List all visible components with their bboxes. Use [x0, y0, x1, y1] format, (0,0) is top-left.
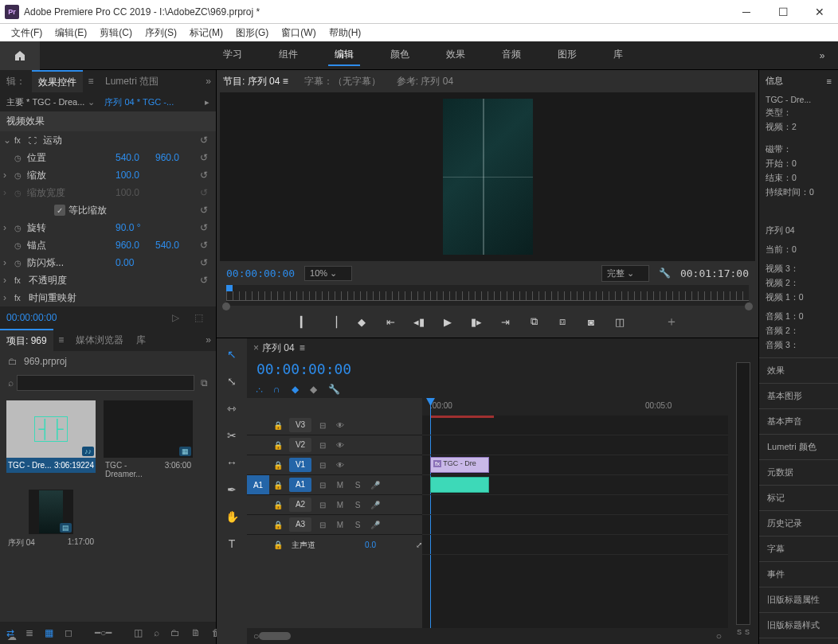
menu-sequence[interactable]: 序列(S) [139, 26, 183, 40]
menu-edit[interactable]: 编辑(E) [49, 26, 93, 40]
menu-help[interactable]: 帮助(H) [323, 26, 368, 40]
toggle-output-icon[interactable]: 👁 [331, 441, 349, 450]
zoom-slider[interactable]: ━○━ [95, 627, 112, 638]
list-view-icon[interactable]: ≣ [25, 627, 33, 638]
marker-button[interactable]: ◆ [354, 316, 369, 328]
panel-menu-icon[interactable]: ≡ [300, 342, 305, 353]
video-clip[interactable]: fxTGC - Dre [430, 457, 489, 473]
disclosure-icon[interactable]: › [3, 187, 14, 198]
sync-lock-icon[interactable]: ⊟ [314, 441, 331, 450]
footer-icons[interactable]: ▷ ⬚ [172, 312, 210, 323]
reset-icon[interactable]: ↺ [195, 152, 213, 163]
captions-display[interactable]: 字幕：（无字幕） [304, 75, 381, 88]
track-label[interactable]: A2 [289, 498, 311, 512]
tab-media-browser[interactable]: 媒体浏览器 [69, 329, 130, 351]
lock-icon[interactable]: 🔒 [269, 461, 287, 470]
lock-icon[interactable]: 🔒 [269, 441, 287, 450]
track-label[interactable]: A1 [289, 478, 311, 492]
reference-display[interactable]: 参考: 序列 04 [397, 75, 453, 88]
export-frame-button[interactable]: ◙ [584, 316, 598, 328]
panel-metadata[interactable]: 元数据 [759, 459, 838, 485]
track-header-a3[interactable]: 🔒 A3 ⊟ M S 🎤 [247, 515, 422, 535]
uniform-scale-checkbox[interactable]: ✓ [54, 205, 65, 216]
marker-icon[interactable]: ◆ [292, 384, 299, 395]
comparison-view-button[interactable]: ◫ [613, 316, 627, 328]
selection-tool[interactable]: ↖ [224, 346, 240, 362]
timeline-scrollbar[interactable]: ○ ○ [247, 628, 728, 644]
mute-icon[interactable]: M [331, 521, 349, 529]
new-item-button[interactable]: 🗎 [191, 627, 201, 638]
motion-effect-row[interactable]: ⌄ fx ⛶ 运动 ↺ [0, 131, 216, 149]
workspace-tab-editing[interactable]: 编辑 [328, 45, 360, 66]
stopwatch-icon[interactable]: ◷ [14, 259, 27, 267]
settings-icon[interactable]: ◆ [310, 384, 317, 395]
minimize-button[interactable]: ─ [728, 0, 765, 24]
track-header-a1[interactable]: A1 🔒 A1 ⊟ M S 🎤 [247, 475, 422, 495]
tab-program[interactable]: 节目: 序列 04 ≡ [223, 75, 288, 88]
panel-events[interactable]: 事件 [759, 561, 838, 587]
freeform-view-icon[interactable]: ◻ [65, 627, 72, 638]
pen-tool[interactable]: ✒ [224, 482, 240, 498]
scroll-thumb[interactable] [259, 632, 291, 640]
step-forward-button[interactable]: ▮▸ [469, 316, 484, 328]
source-patch-a1[interactable]: A1 [247, 475, 269, 494]
project-thumb-video[interactable]: ▦ [104, 400, 193, 458]
position-x[interactable]: 540.0 [116, 152, 155, 163]
reset-icon[interactable]: ↺ [195, 275, 213, 286]
sync-lock-icon[interactable]: ⊟ [314, 501, 331, 509]
audio-meters[interactable]: S S [728, 338, 758, 644]
lock-icon[interactable]: 🔒 [269, 521, 287, 529]
menu-marker[interactable]: 标记(M) [183, 26, 229, 40]
lift-button[interactable]: ⧉ [527, 315, 541, 328]
master-track-row[interactable]: 🔒 主声道 0.0 ⤢ [247, 535, 422, 555]
tab-project[interactable]: 项目: 969 [0, 329, 53, 351]
stopwatch-icon[interactable]: ◷ [14, 224, 27, 232]
scale-value[interactable]: 100.0 [116, 170, 155, 181]
stopwatch-icon[interactable]: ◷ [14, 154, 27, 162]
mute-icon[interactable]: M [331, 501, 349, 509]
fx-badge-icon[interactable]: fx [14, 136, 29, 145]
tabs-overflow[interactable]: » [201, 76, 216, 87]
voice-over-icon[interactable]: 🎤 [366, 501, 384, 509]
opacity-effect-row[interactable]: › fx 不透明度 ↺ [0, 271, 216, 289]
lock-icon[interactable]: 🔒 [269, 541, 287, 549]
voice-over-icon[interactable]: 🎤 [366, 481, 384, 490]
panel-history[interactable]: 历史记录 [759, 510, 838, 536]
solo-right[interactable]: S [745, 628, 750, 636]
reset-icon[interactable]: ↺ [195, 135, 213, 146]
panel-lumetri-color[interactable]: Lumetri 颜色 [759, 434, 838, 459]
position-y[interactable]: 960.0 [155, 152, 195, 163]
sync-lock-icon[interactable]: ⊟ [314, 421, 331, 430]
slip-tool[interactable]: ↔ [224, 455, 240, 470]
project-thumb-sequence[interactable]: ▤ [29, 490, 73, 534]
menu-graphics[interactable]: 图形(G) [229, 26, 275, 40]
panel-essential-graphics[interactable]: 基本图形 [759, 383, 838, 408]
reset-icon[interactable]: ↺ [195, 257, 213, 268]
expand-icon[interactable]: ⤢ [416, 541, 422, 549]
workspace-tab-effects[interactable]: 效果 [440, 45, 472, 66]
home-button[interactable] [0, 41, 40, 70]
track-header-v3[interactable]: 🔒 V3 ⊟ 👁 [247, 416, 422, 435]
workspace-tab-assembly[interactable]: 组件 [272, 45, 304, 66]
reset-icon[interactable]: ↺ [195, 205, 213, 216]
settings-icon[interactable]: 🔧 [659, 267, 671, 279]
solo-icon[interactable]: S [349, 521, 366, 529]
project-item[interactable]: ▤ 序列 041:17:00 [6, 490, 96, 552]
disclosure-icon[interactable]: ⌄ [3, 135, 14, 146]
extract-button[interactable]: ⧈ [555, 315, 570, 328]
tabs-overflow[interactable]: » [201, 334, 216, 345]
track-header-v1[interactable]: 🔒 V1 ⊟ 👁 [247, 455, 422, 475]
panel-legacy-title-tools[interactable]: 旧版标题工具 [759, 638, 838, 644]
panel-legacy-title-props[interactable]: 旧版标题属性 [759, 587, 838, 612]
razor-tool[interactable]: ✂ [224, 427, 240, 443]
zoom-handle-left[interactable] [222, 302, 230, 310]
tab-libraries[interactable]: 库 [130, 329, 152, 351]
toggle-output-icon[interactable]: 👁 [331, 421, 349, 430]
icon-view-icon[interactable]: ▦ [45, 627, 53, 638]
track-select-tool[interactable]: ⤡ [224, 373, 240, 389]
panel-effects[interactable]: 效果 [759, 357, 838, 383]
go-to-in-button[interactable]: ⇤ [383, 316, 397, 328]
panel-menu-icon[interactable]: ≡ [827, 76, 832, 86]
mute-icon[interactable]: M [331, 481, 349, 490]
breadcrumb-clip[interactable]: 主要 * TGC - Drea... [6, 96, 84, 108]
